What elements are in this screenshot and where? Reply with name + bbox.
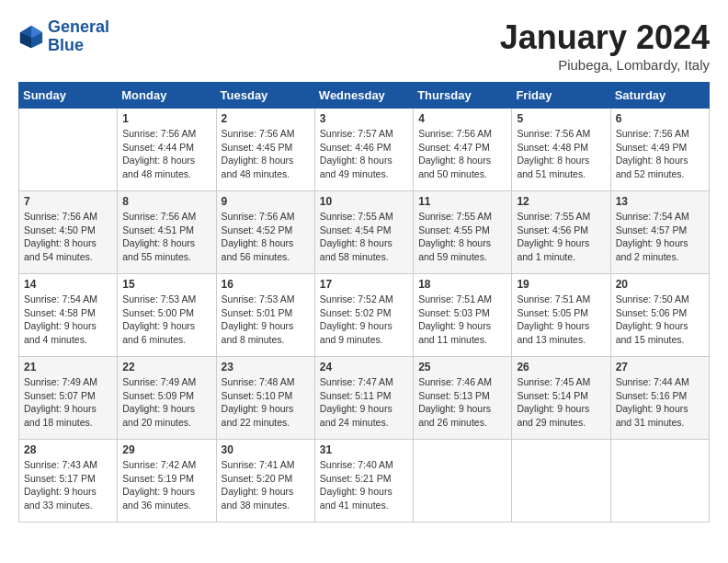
sunset: Sunset: 4:57 PM — [616, 224, 688, 236]
sunrise: Sunrise: 7:51 AM — [517, 293, 590, 304]
sunrise: Sunrise: 7:56 AM — [517, 128, 590, 139]
daylight: Daylight: 8 hours and 48 minutes. — [222, 155, 294, 179]
month-title: January 2024 — [500, 18, 710, 57]
day-info: Sunrise: 7:49 AM Sunset: 5:07 PM Dayligh… — [24, 375, 112, 430]
day-info: Sunrise: 7:56 AM Sunset: 4:47 PM Dayligh… — [418, 127, 506, 181]
sunrise: Sunrise: 7:56 AM — [24, 211, 97, 222]
day-info: Sunrise: 7:51 AM Sunset: 5:05 PM Dayligh… — [517, 293, 605, 347]
calendar-cell: 27 Sunrise: 7:44 AM Sunset: 5:16 PM Dayl… — [610, 357, 709, 440]
daylight: Daylight: 8 hours and 51 minutes. — [517, 155, 589, 179]
day-number: 27 — [616, 361, 704, 373]
calendar-cell: 19 Sunrise: 7:51 AM Sunset: 5:05 PM Dayl… — [512, 274, 610, 357]
sunrise: Sunrise: 7:42 AM — [122, 459, 196, 470]
sunset: Sunset: 4:52 PM — [222, 224, 293, 236]
calendar-cell — [512, 440, 610, 523]
sunset: Sunset: 4:45 PM — [222, 142, 293, 153]
day-info: Sunrise: 7:56 AM Sunset: 4:49 PM Dayligh… — [616, 127, 704, 181]
sunset: Sunset: 5:00 PM — [122, 307, 194, 318]
day-number: 13 — [616, 195, 704, 208]
calendar-cell: 29 Sunrise: 7:42 AM Sunset: 5:19 PM Dayl… — [118, 440, 216, 523]
day-number: 25 — [418, 361, 506, 373]
sunset: Sunset: 5:01 PM — [222, 307, 293, 318]
day-number: 16 — [222, 278, 310, 291]
sunrise: Sunrise: 7:49 AM — [122, 376, 196, 387]
sunrise: Sunrise: 7:44 AM — [616, 376, 689, 387]
daylight: Daylight: 8 hours and 48 minutes. — [122, 155, 195, 179]
day-info: Sunrise: 7:55 AM Sunset: 4:54 PM Dayligh… — [320, 210, 408, 264]
calendar-cell: 7 Sunrise: 7:56 AM Sunset: 4:50 PM Dayli… — [19, 191, 118, 274]
calendar-cell: 16 Sunrise: 7:53 AM Sunset: 5:01 PM Dayl… — [216, 274, 314, 357]
day-info: Sunrise: 7:56 AM Sunset: 4:48 PM Dayligh… — [517, 127, 605, 181]
calendar-cell — [610, 440, 709, 523]
title-section: January 2024 Piubega, Lombardy, Italy — [500, 18, 710, 73]
day-number: 17 — [320, 278, 408, 291]
location: Piubega, Lombardy, Italy — [500, 57, 710, 73]
day-info: Sunrise: 7:43 AM Sunset: 5:17 PM Dayligh… — [24, 458, 112, 512]
day-info: Sunrise: 7:48 AM Sunset: 5:10 PM Dayligh… — [222, 375, 310, 430]
daylight: Daylight: 8 hours and 49 minutes. — [320, 155, 392, 179]
daylight: Daylight: 9 hours and 18 minutes. — [24, 403, 97, 428]
calendar-table: SundayMondayTuesdayWednesdayThursdayFrid… — [18, 82, 710, 523]
calendar-cell: 18 Sunrise: 7:51 AM Sunset: 5:03 PM Dayl… — [414, 274, 512, 357]
sunrise: Sunrise: 7:47 AM — [320, 376, 393, 387]
calendar-cell: 1 Sunrise: 7:56 AM Sunset: 4:44 PM Dayli… — [118, 109, 216, 191]
daylight: Daylight: 9 hours and 13 minutes. — [517, 320, 589, 345]
sunrise: Sunrise: 7:57 AM — [320, 128, 393, 139]
day-number: 23 — [222, 361, 310, 373]
calendar-week-row: 28 Sunrise: 7:43 AM Sunset: 5:17 PM Dayl… — [19, 440, 710, 523]
daylight: Daylight: 9 hours and 26 minutes. — [418, 403, 491, 428]
day-info: Sunrise: 7:53 AM Sunset: 5:01 PM Dayligh… — [222, 293, 310, 347]
day-info: Sunrise: 7:49 AM Sunset: 5:09 PM Dayligh… — [122, 375, 210, 430]
logo-text: General Blue — [48, 18, 109, 55]
daylight: Daylight: 9 hours and 2 minutes. — [616, 237, 688, 262]
sunset: Sunset: 5:17 PM — [24, 473, 96, 484]
calendar-cell: 10 Sunrise: 7:55 AM Sunset: 4:54 PM Dayl… — [314, 191, 413, 274]
calendar-cell: 11 Sunrise: 7:55 AM Sunset: 4:55 PM Dayl… — [414, 191, 512, 274]
daylight: Daylight: 8 hours and 58 minutes. — [320, 237, 392, 262]
sunset: Sunset: 5:13 PM — [418, 390, 490, 401]
sunset: Sunset: 5:05 PM — [517, 307, 588, 318]
day-info: Sunrise: 7:56 AM Sunset: 4:44 PM Dayligh… — [122, 127, 210, 181]
sunrise: Sunrise: 7:41 AM — [222, 459, 295, 470]
day-info: Sunrise: 7:56 AM Sunset: 4:50 PM Dayligh… — [24, 210, 112, 264]
sunset: Sunset: 4:46 PM — [320, 142, 392, 153]
calendar-body: 1 Sunrise: 7:56 AM Sunset: 4:44 PM Dayli… — [19, 109, 710, 523]
sunset: Sunset: 5:21 PM — [320, 473, 392, 484]
day-number: 20 — [616, 278, 704, 291]
day-of-week-header: Friday — [512, 83, 610, 109]
sunset: Sunset: 4:51 PM — [122, 224, 194, 236]
sunrise: Sunrise: 7:56 AM — [418, 128, 492, 139]
day-number: 3 — [320, 112, 408, 125]
calendar-cell: 15 Sunrise: 7:53 AM Sunset: 5:00 PM Dayl… — [118, 274, 216, 357]
sunset: Sunset: 5:14 PM — [517, 390, 588, 401]
day-number: 10 — [320, 195, 408, 208]
calendar-cell: 6 Sunrise: 7:56 AM Sunset: 4:49 PM Dayli… — [610, 109, 709, 191]
day-info: Sunrise: 7:52 AM Sunset: 5:02 PM Dayligh… — [320, 293, 408, 347]
calendar-cell — [414, 440, 512, 523]
day-number: 8 — [122, 195, 210, 208]
day-number: 24 — [320, 361, 408, 373]
sunrise: Sunrise: 7:55 AM — [418, 211, 492, 222]
page-header: General Blue January 2024 Piubega, Lomba… — [18, 18, 710, 73]
sunset: Sunset: 5:06 PM — [616, 307, 688, 318]
sunrise: Sunrise: 7:43 AM — [24, 459, 97, 470]
day-number: 22 — [122, 361, 210, 373]
sunset: Sunset: 4:56 PM — [517, 224, 588, 236]
sunset: Sunset: 4:44 PM — [122, 142, 194, 153]
day-number: 1 — [122, 112, 210, 125]
day-number: 30 — [222, 443, 310, 456]
daylight: Daylight: 9 hours and 20 minutes. — [122, 403, 195, 428]
daylight: Daylight: 9 hours and 38 minutes. — [222, 486, 294, 511]
day-of-week-header: Monday — [118, 83, 216, 109]
sunset: Sunset: 4:48 PM — [517, 142, 588, 153]
daylight: Daylight: 9 hours and 33 minutes. — [24, 486, 97, 511]
sunset: Sunset: 5:20 PM — [222, 473, 293, 484]
day-info: Sunrise: 7:44 AM Sunset: 5:16 PM Dayligh… — [616, 375, 704, 430]
daylight: Daylight: 9 hours and 15 minutes. — [616, 320, 688, 345]
day-info: Sunrise: 7:57 AM Sunset: 4:46 PM Dayligh… — [320, 127, 408, 181]
daylight: Daylight: 8 hours and 52 minutes. — [616, 155, 688, 179]
sunset: Sunset: 5:09 PM — [122, 390, 194, 401]
calendar-cell: 25 Sunrise: 7:46 AM Sunset: 5:13 PM Dayl… — [414, 357, 512, 440]
daylight: Daylight: 9 hours and 24 minutes. — [320, 403, 392, 428]
sunset: Sunset: 4:58 PM — [24, 307, 96, 318]
